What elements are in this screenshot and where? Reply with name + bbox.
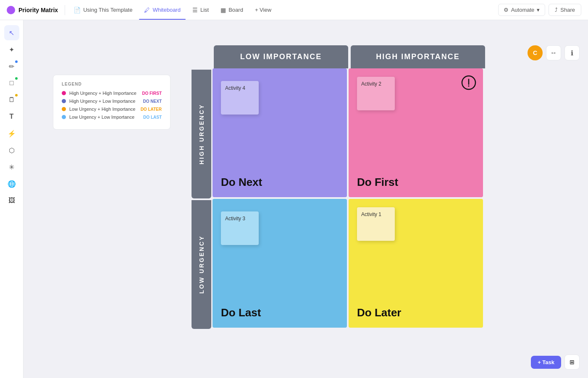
shape-dot [15,77,18,80]
legend-item-do-first: High Urgency + High Importance DO FIRST [62,91,162,96]
tab-using-template[interactable]: 📄 Using This Template [68,4,137,16]
row-label-low-text: LOW URGENCY [198,235,205,294]
canvas[interactable]: LEGEND High Urgency + High Importance DO… [24,20,588,378]
pen-dot [15,60,18,63]
tab-list[interactable]: ☰ List [187,4,214,16]
tool-image[interactable]: 🖼 [4,193,19,208]
left-toolbar: ↖ ✦ ✏ □ 🗒 T ⚡ ⬡ ✳ 🌐 [0,20,24,378]
svg-point-2 [468,86,470,87]
bottom-right-actions: + Task ⊞ [531,355,580,370]
grid-icon: ⊞ [570,359,575,365]
tool-magic[interactable]: ✦ [4,42,19,57]
tool-cursor[interactable]: ↖ [4,25,19,40]
legend-title: LEGEND [62,82,162,86]
cell-do-first[interactable]: Activity 2 Do First [349,68,483,197]
star-cross-icon: ✳ [9,163,14,171]
legend-dot-do-first [62,91,66,95]
matrix-row-labels: HIGH URGENCY LOW URGENCY [192,70,211,329]
document-icon: 📄 [74,7,81,13]
tab-board[interactable]: ▦ Board [215,4,248,16]
legend-item-do-later: Low Urgency + High Importance DO LATER [62,107,162,112]
tool-sparkle[interactable]: ⚡ [4,126,19,141]
add-view-button[interactable]: + View [250,4,276,16]
matrix-body: HIGH URGENCY LOW URGENCY Activity [192,68,486,329]
matrix-row-low-urgency: Activity 3 Do Last Activity 1 Do Later [213,199,483,328]
note-dot [15,94,18,96]
whiteboard-icon: 🖊 [144,7,150,13]
sticky-activity-4-label: Activity 4 [225,85,245,91]
legend-label-do-last: Low Urgency + Low Importance [69,115,140,120]
alert-icon [461,75,476,93]
cursor-icon: ↖ [9,29,14,37]
magic-icon: ✦ [9,46,14,54]
shape-icon: □ [10,79,14,87]
legend-item-do-last: Low Urgency + Low Importance DO LAST [62,115,162,120]
legend-badge-do-last: DO LAST [143,115,162,120]
app-logo: Priority Matrix [7,6,58,14]
add-view-label: + View [255,7,271,13]
tab-list-label: List [200,7,209,13]
col-header-high-label: HIGH IMPORTANCE [376,52,460,61]
sparkle-icon: ⚡ [8,130,16,138]
tool-note[interactable]: 🗒 [4,92,19,107]
sticky-activity-1[interactable]: Activity 1 [357,207,395,241]
tab-whiteboard[interactable]: 🖊 Whiteboard [139,4,185,16]
share-button[interactable]: ⤴ Share [549,4,581,16]
tool-network[interactable]: ⬡ [4,143,19,158]
cell-do-later-label: Do Later [357,306,401,319]
tool-pen[interactable]: ✏ [4,59,19,74]
legend-panel: LEGEND High Urgency + High Importance DO… [53,75,171,130]
board-icon: ▦ [220,7,226,13]
nav-right: ⚙ Automate ▾ ⤴ Share [498,4,581,16]
globe-icon: 🌐 [8,180,16,188]
row-label-high-urgency: HIGH URGENCY [192,70,211,198]
sticky-activity-2[interactable]: Activity 2 [357,77,395,110]
legend-label-do-next: High Urgency + Low Importance [69,99,140,104]
tool-globe[interactable]: 🌐 [4,176,19,191]
expand-icon-button[interactable]: ↔ [546,45,561,60]
list-icon: ☰ [192,7,198,13]
grid-view-button[interactable]: ⊞ [564,355,580,370]
automate-chevron: ▾ [537,7,540,13]
cell-do-later[interactable]: Activity 1 Do Later [349,199,483,328]
expand-icon: ↔ [550,49,557,57]
logo-icon [7,6,15,14]
automate-label: Automate [511,7,535,13]
tool-star-cross[interactable]: ✳ [4,159,19,175]
automate-button[interactable]: ⚙ Automate ▾ [498,4,546,16]
tool-shape[interactable]: □ [4,76,19,91]
col-header-low-label: LOW IMPORTANCE [240,52,322,61]
cell-do-first-label: Do First [357,176,398,189]
network-icon: ⬡ [9,146,15,154]
app-title: Priority Matrix [18,7,58,13]
info-icon-button[interactable]: ℹ [564,45,580,60]
avatar-initial: C [533,50,537,56]
row-label-high-text: HIGH URGENCY [198,104,205,164]
tool-text[interactable]: T [4,109,19,124]
add-task-button[interactable]: + Task [531,356,561,369]
legend-label-do-later: Low Urgency + High Importance [69,107,137,112]
note-icon: 🗒 [8,96,15,104]
legend-dot-do-last [62,115,66,119]
automate-icon: ⚙ [504,7,509,13]
cell-do-last[interactable]: Activity 3 Do Last [213,199,347,328]
priority-matrix: LOW IMPORTANCE HIGH IMPORTANCE HIGH URGE… [192,45,486,329]
add-task-label: + Task [538,359,554,365]
legend-badge-do-later: DO LATER [141,107,162,112]
sticky-activity-1-label: Activity 1 [361,211,381,217]
main-layout: ↖ ✦ ✏ □ 🗒 T ⚡ ⬡ ✳ 🌐 [0,20,588,378]
avatar: C [528,45,543,60]
share-label: Share [560,7,575,13]
cell-do-next-label: Do Next [221,176,262,189]
cell-do-next[interactable]: Activity 4 Do Next [213,68,347,197]
matrix-row-high-urgency: Activity 4 Do Next [213,68,483,197]
text-icon: T [10,113,14,120]
col-header-low-importance: LOW IMPORTANCE [214,45,348,68]
sticky-activity-3[interactable]: Activity 3 [221,211,259,245]
legend-badge-do-next: DO NEXT [143,99,162,104]
sticky-activity-4[interactable]: Activity 4 [221,81,259,115]
info-icon: ℹ [571,49,573,57]
legend-dot-do-next [62,99,66,103]
pen-icon: ✏ [9,63,14,70]
top-nav: Priority Matrix 📄 Using This Template 🖊 … [0,0,588,20]
